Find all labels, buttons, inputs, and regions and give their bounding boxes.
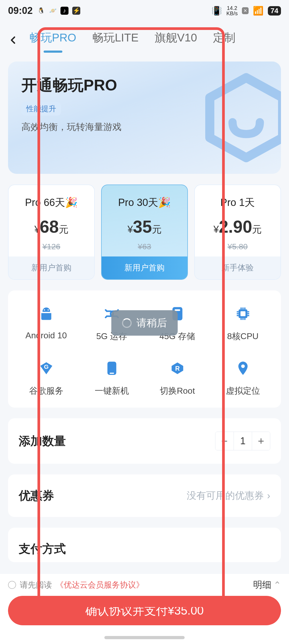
phone-icon (102, 358, 122, 378)
bolt-icon: ⚡ (72, 7, 80, 15)
quantity-section: 添加数量 − 1 + (8, 418, 281, 464)
vibrate-icon: 📳 (211, 6, 222, 16)
plan-price: ¥68元 (9, 217, 94, 237)
battery-badge: 74 (268, 6, 281, 16)
plan-name: Pro 30天🎉 (102, 196, 187, 209)
cpu-icon (233, 304, 253, 324)
plan-price: ¥35元 (102, 217, 187, 237)
hex-logo-icon (201, 72, 281, 163)
svg-text:G: G (44, 363, 49, 370)
close-badge-icon: × (242, 7, 249, 14)
coupon-section[interactable]: 优惠券 没有可用的优惠券 › (8, 474, 281, 517)
plan-price: ¥2.90元 (195, 217, 280, 237)
qq-icon: 🐧 (37, 7, 45, 15)
chevron-right-icon: › (267, 490, 270, 501)
quantity-title: 添加数量 (19, 433, 66, 449)
feature-label: 一键新机 (95, 385, 129, 397)
plan-card-30[interactable]: Pro 30天🎉 ¥35元 ¥63 新用户首购 (101, 185, 188, 280)
android-icon (36, 304, 56, 324)
google-icon: G (36, 358, 56, 378)
svg-text:R: R (175, 365, 180, 372)
feature-cpu: 8核CPU (210, 304, 276, 342)
agreement-link[interactable]: 《优达云会员服务协议》 (56, 580, 144, 591)
svg-marker-0 (210, 78, 281, 158)
feature-grid: Android 10 5G 运存 45G 存储 8核CPU G 谷歌服务 一键新… (8, 290, 281, 408)
plan-original: ¥63 (102, 242, 187, 251)
tab-bar: 畅玩PRO 畅玩LITE 旗舰V10 定制 (29, 30, 284, 50)
agreement-prefix: 请先阅读 (20, 580, 52, 591)
chevron-up-icon: ⌃ (273, 580, 281, 590)
plan-footer: 新手体验 (195, 256, 280, 279)
plan-original: ¥126 (9, 242, 94, 251)
svg-point-1 (44, 309, 45, 311)
payment-section[interactable]: 支付方式 (8, 528, 281, 562)
feature-google: G 谷歌服务 (13, 358, 79, 397)
coupon-value: 没有可用的优惠券 (187, 489, 264, 502)
feature-newphone: 一键新机 (79, 358, 144, 397)
detail-toggle[interactable]: 明细 ⌃ (253, 579, 281, 591)
feature-root: R 切换Root (144, 358, 210, 397)
loading-toast: 请稍后 (111, 310, 178, 336)
plan-footer: 新用户首购 (102, 256, 187, 279)
home-indicator (104, 636, 185, 639)
tab-custom[interactable]: 定制 (213, 30, 235, 50)
agreement-row: 请先阅读 《优达云会员服务协议》 明细 ⌃ (8, 579, 281, 591)
location-icon (233, 358, 253, 378)
payment-title: 支付方式 (19, 541, 66, 557)
spinner-icon (122, 318, 132, 328)
top-nav: 畅玩PRO 畅玩LITE 旗舰V10 定制 (0, 21, 289, 59)
quantity-stepper: − 1 + (215, 432, 270, 450)
plan-original: ¥5.80 (195, 242, 280, 251)
clock: 09:02 (8, 5, 33, 16)
coupon-title: 优惠券 (19, 488, 54, 504)
feature-android: Android 10 (13, 304, 79, 342)
tab-lite[interactable]: 畅玩LITE (92, 30, 139, 50)
tiktok-icon: ♪ (60, 7, 69, 15)
feature-label: Android 10 (25, 331, 67, 340)
plan-list: Pro 66天🎉 ¥68元 ¥126 新用户首购 Pro 30天🎉 ¥35元 ¥… (0, 174, 289, 280)
feature-label: 虚拟定位 (226, 385, 260, 397)
qty-minus-button[interactable]: − (215, 432, 234, 450)
feature-label: 谷歌服务 (29, 385, 63, 397)
hero-pill: 性能提升 (21, 102, 61, 116)
plan-name: Pro 1天 (195, 196, 280, 209)
feature-label: 8核CPU (227, 331, 258, 342)
plan-card-1[interactable]: Pro 1天 ¥2.90元 ¥5.80 新手体验 (194, 185, 281, 280)
back-button[interactable] (5, 32, 21, 48)
pay-button[interactable]: 确认协议并支付¥35.00 (8, 596, 281, 625)
agreement-checkbox[interactable] (8, 581, 16, 589)
plan-card-66[interactable]: Pro 66天🎉 ¥68元 ¥126 新用户首购 (8, 185, 95, 280)
qty-plus-button[interactable]: + (252, 432, 270, 450)
status-bar: 09:02 🐧 🪐 ♪ ⚡ 📳 14.2 KB/s × 📶 74 (0, 0, 289, 21)
tab-pro[interactable]: 畅玩PRO (29, 30, 76, 50)
svg-rect-9 (109, 373, 114, 374)
wifi-icon: 📶 (253, 6, 264, 16)
svg-rect-6 (240, 311, 245, 316)
plan-footer: 新用户首购 (9, 256, 94, 279)
tab-v10[interactable]: 旗舰V10 (155, 30, 197, 50)
svg-point-2 (47, 309, 49, 311)
plan-name: Pro 66天🎉 (9, 196, 94, 209)
root-icon: R (168, 358, 187, 378)
toast-text: 请稍后 (136, 316, 167, 330)
feature-label: 切换Root (160, 385, 195, 397)
feature-location: 虚拟定位 (210, 358, 276, 397)
hero-banner: 开通畅玩PRO 性能提升 高效均衡，玩转海量游戏 (8, 62, 281, 174)
net-speed: 14.2 KB/s (226, 5, 238, 16)
bottom-bar: 请先阅读 《优达云会员服务协议》 明细 ⌃ 确认协议并支付¥35.00 (0, 574, 289, 644)
qty-value: 1 (234, 432, 252, 450)
orbit-icon: 🪐 (49, 7, 57, 15)
svg-point-12 (241, 365, 245, 368)
